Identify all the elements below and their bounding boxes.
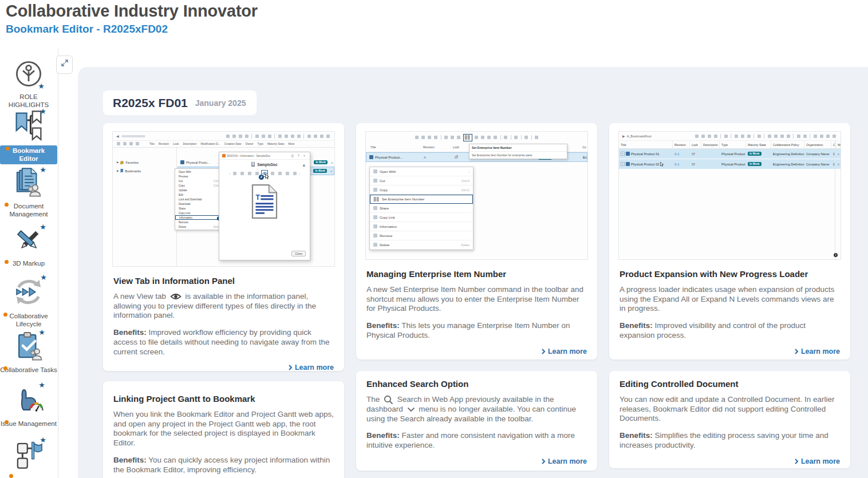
chevron-right-icon — [795, 349, 798, 354]
mini-information-dialog: ENOVIA - Information - SampleDoc Q ? × S… — [219, 152, 310, 260]
favorites-icon — [120, 161, 124, 164]
bookmark-icon — [120, 169, 123, 173]
card-progress-loader: ▶ A_BookmarkRoot Title Revision Lock Des… — [609, 123, 850, 360]
sidebar-item-partial[interactable]: ★ — [0, 440, 57, 473]
notification-dot — [5, 420, 9, 424]
card-benefits: Benefits: Improved visibility and contro… — [620, 321, 840, 340]
set-enterprise-item-number-menu-item: Set Enterprise Item Number — [370, 195, 473, 204]
learn-more-link[interactable]: Learn more — [113, 364, 334, 371]
card-controlled-doc: Editing Controlled Document You can now … — [609, 371, 850, 468]
star-icon: ★ — [38, 329, 45, 336]
sidebar-item-issue-management[interactable]: ★ Issue Management — [0, 385, 57, 428]
step-2-badge: 2 — [259, 175, 264, 180]
set-enterprise-item-number-button — [463, 134, 472, 141]
card-benefits: Benefits: Improved workflow efficiency b… — [113, 328, 334, 357]
learn-more-link[interactable]: Learn more — [620, 457, 840, 465]
sidebar-item-collaborative-lifecycle[interactable]: ★ Collaborative Lifecycle — [0, 276, 57, 328]
close-button: Close — [291, 251, 306, 256]
sidebar-item-3d-markup[interactable]: ★ 3D Markup — [0, 227, 57, 268]
learn-more-link[interactable]: Learn more — [366, 347, 587, 355]
star-icon: ★ — [40, 436, 46, 444]
mini-info-tabs: ‹ 2 › — [219, 169, 310, 178]
sidebar-divider — [58, 49, 58, 478]
card-enterprise-item: Title Revision Lock urity State Co Physi… — [356, 123, 597, 360]
notification-dot — [3, 313, 7, 317]
svg-text:T: T — [256, 193, 261, 202]
mini-context-menu: Open With› CutCtrl+X CopyCtrl+C Set Ente… — [369, 167, 474, 250]
eye-icon — [170, 293, 182, 300]
star-icon: ★ — [38, 381, 45, 389]
card-title: View Tab in Information Panel — [113, 276, 334, 286]
card-title: Managing Enterprise Item Number — [366, 269, 587, 279]
card-title: Enhanced Search Option — [366, 379, 587, 389]
mini-tree-panel: ▶Favorites ▶Bookmarks — [113, 148, 177, 266]
card-body: The Search in Web App previously availab… — [366, 395, 587, 424]
card-body: A new Set Enterprise Item Number command… — [366, 285, 587, 314]
card-benefits: Benefits: You can quickly access key pro… — [113, 456, 334, 475]
mini-tooltip: Set Enterprise Item Number Set Enterpris… — [469, 144, 567, 159]
card-body: When you link the Bookmark Editor and Pr… — [113, 410, 334, 448]
sidebar-item-role-highlights[interactable]: ★ ROLE HIGHLIGHTS — [0, 59, 57, 109]
mini-table-header: Title Revision Lock Description Modifica… — [113, 140, 334, 148]
learn-more-link[interactable]: Learn more — [620, 347, 840, 355]
sidebar-item-bookmark-editor[interactable]: ★ Bookmark Editor — [0, 110, 57, 164]
card-body: You can now edit and update a Controlled… — [620, 395, 840, 424]
release-name: R2025x FD01 — [113, 96, 188, 110]
page-title: Collaborative Industry Innovator — [6, 2, 258, 21]
document-preview: T — [219, 184, 310, 220]
3d-markup-icon — [14, 227, 43, 255]
chevron-right-icon — [542, 459, 545, 464]
card-title: Product Expansion with New Progress Load… — [620, 269, 840, 279]
info-icon: i — [834, 253, 838, 257]
mini-table-header: Title Revision Lock Description Type Mat… — [619, 140, 841, 149]
learn-more-link[interactable]: Learn more — [366, 457, 587, 465]
notification-dot — [5, 203, 9, 207]
star-icon: ★ — [40, 274, 47, 281]
enterprise-item-screenshot: Title Revision Lock urity State Co Physi… — [365, 131, 588, 260]
cursor-icon — [265, 174, 269, 179]
sidebar-item-label: Issue Management — [0, 420, 57, 428]
information-menu-item: Information1 — [175, 215, 223, 220]
flag-milestones-icon — [13, 440, 44, 471]
product-icon — [369, 155, 373, 159]
star-icon: ★ — [40, 223, 46, 231]
sidebar-item-collaborative-tasks[interactable]: ★ Collaborative Tasks — [0, 331, 57, 374]
star-icon: ★ — [40, 166, 46, 173]
chevron-down-icon — [407, 407, 415, 412]
page-subtitle: Bookmark Editor - R2025xFD02 — [6, 23, 168, 35]
view-tab-highlight: 2 — [261, 170, 268, 177]
card-enhanced-search: Enhanced Search Option The Search in Web… — [356, 371, 597, 471]
notification-dot — [9, 474, 13, 478]
mini-context-menu: Open With› Preview CutCtrl+X CopyCtrl+C … — [175, 168, 224, 230]
status-badge: In Work — [313, 169, 327, 173]
card-title: Linking Project Gantt to Bookmark — [113, 394, 334, 404]
product-icon — [626, 152, 630, 156]
enovia-logo — [222, 154, 226, 157]
card-body: A new View tab is available in the infor… — [113, 292, 334, 321]
card-benefits: Benefits: This lets you manage Enterpris… — [366, 321, 587, 340]
whats-new-panel: R2025x FD01 January 2025 ◀ Title Revisio… — [78, 67, 868, 478]
chevron-right-icon — [289, 365, 292, 370]
mini-toolbar: ◀ — [113, 132, 334, 140]
chevron-right-icon — [542, 349, 545, 354]
barcode-icon — [374, 197, 380, 202]
lock-icon — [692, 153, 695, 155]
sidebar-item-label: ROLE HIGHLIGHTS — [0, 93, 57, 109]
barcode-icon — [465, 135, 471, 140]
product-icon — [626, 162, 630, 166]
expand-panel-button[interactable] — [56, 56, 73, 74]
collapse-icon: ▲ — [302, 163, 305, 167]
view-tab-screenshot: ◀ Title Revision Lock Description Modifi… — [112, 131, 335, 267]
search-icon — [384, 395, 393, 405]
issue-management-icon — [13, 385, 44, 416]
release-date: January 2025 — [195, 98, 246, 108]
mini-table-row: +Physical Product 01 A.1 Physical Produc… — [619, 149, 841, 159]
mini-toolbar: ▶ A_BookmarkRoot — [619, 132, 841, 140]
card-gantt-link: Linking Project Gantt to Bookmark When y… — [103, 381, 344, 478]
sidebar-item-label: Document Management — [0, 203, 57, 218]
lock-icon — [455, 156, 457, 159]
star-icon: ★ — [40, 108, 46, 115]
card-benefits: Benefits: Simplifies the editing process… — [620, 431, 840, 450]
sidebar-item-document-management[interactable]: ★ Document Management — [0, 167, 57, 218]
status-badge: In Work — [314, 160, 328, 165]
